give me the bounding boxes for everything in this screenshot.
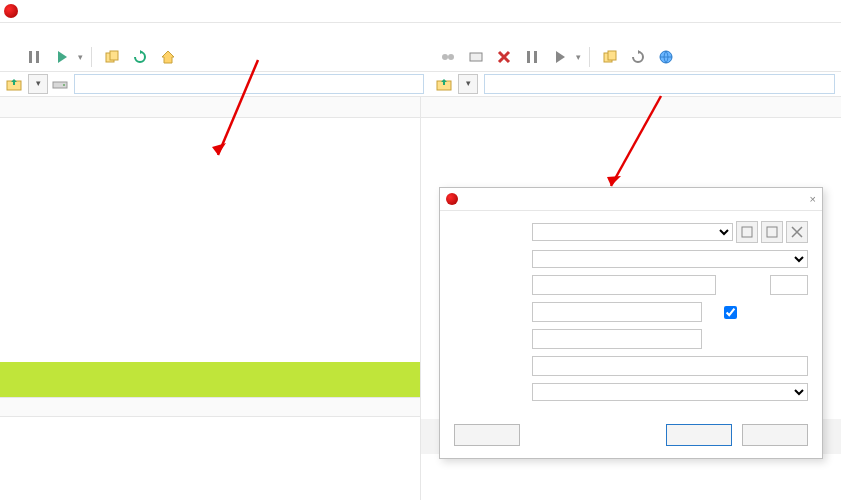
svg-rect-3 bbox=[110, 51, 118, 60]
port-input[interactable] bbox=[770, 275, 808, 295]
drive-icon bbox=[52, 76, 68, 92]
svg-point-4 bbox=[442, 54, 448, 60]
folder-up-icon[interactable] bbox=[6, 76, 22, 92]
remote-abort-button[interactable] bbox=[492, 45, 516, 69]
svg-rect-0 bbox=[29, 51, 32, 63]
svg-point-5 bbox=[448, 54, 454, 60]
window-minimize-button[interactable] bbox=[753, 2, 781, 20]
window-close-button[interactable] bbox=[809, 2, 837, 20]
drive-dropdown-button[interactable]: ▾ bbox=[28, 74, 48, 94]
proxy-select[interactable] bbox=[532, 383, 808, 401]
play-button[interactable] bbox=[50, 45, 74, 69]
remote-play-button[interactable] bbox=[548, 45, 572, 69]
connection-type-select[interactable] bbox=[532, 250, 808, 268]
anonymous-checkbox[interactable] bbox=[724, 306, 737, 319]
remote-drive-dropdown-button[interactable]: ▾ bbox=[458, 74, 478, 94]
pause-button[interactable] bbox=[22, 45, 46, 69]
refresh-button[interactable] bbox=[128, 45, 152, 69]
history-btn-1[interactable] bbox=[736, 221, 758, 243]
password-input[interactable] bbox=[532, 329, 702, 349]
connect-button[interactable] bbox=[666, 424, 732, 446]
remote-globe-button[interactable] bbox=[654, 45, 678, 69]
default-button[interactable] bbox=[454, 424, 520, 446]
remotepath-input[interactable] bbox=[532, 356, 808, 376]
remote-path-input[interactable] bbox=[484, 74, 835, 94]
svg-rect-8 bbox=[534, 51, 537, 63]
close-button[interactable] bbox=[742, 424, 808, 446]
home-button[interactable] bbox=[156, 45, 180, 69]
history-btn-3[interactable] bbox=[786, 221, 808, 243]
play-dropdown-icon[interactable]: ▾ bbox=[78, 52, 83, 62]
history-select[interactable] bbox=[532, 223, 733, 241]
dialog-logo-icon bbox=[446, 193, 458, 205]
queue-list[interactable] bbox=[0, 417, 420, 500]
username-input[interactable] bbox=[532, 302, 702, 322]
remote-pause-button[interactable] bbox=[520, 45, 544, 69]
app-logo-icon bbox=[4, 4, 18, 18]
remote-connect-button[interactable] bbox=[464, 45, 488, 69]
dialog-close-button[interactable]: × bbox=[810, 193, 816, 205]
copy-button[interactable] bbox=[100, 45, 124, 69]
svg-point-14 bbox=[63, 84, 65, 86]
local-path-input[interactable] bbox=[74, 74, 424, 94]
remote-play-dropdown-icon[interactable]: ▾ bbox=[576, 52, 581, 62]
remote-refresh-button[interactable] bbox=[626, 45, 650, 69]
quick-connect-dialog: × bbox=[439, 187, 823, 459]
svg-rect-10 bbox=[608, 51, 616, 60]
local-pane bbox=[0, 97, 421, 500]
svg-rect-1 bbox=[36, 51, 39, 63]
window-maximize-button[interactable] bbox=[781, 2, 809, 20]
remote-copy-button[interactable] bbox=[598, 45, 622, 69]
remote-disconnect-button[interactable] bbox=[436, 45, 460, 69]
svg-rect-17 bbox=[767, 227, 777, 237]
remote-pane: × bbox=[421, 97, 841, 500]
svg-rect-7 bbox=[527, 51, 530, 63]
svg-rect-6 bbox=[470, 53, 482, 61]
history-btn-2[interactable] bbox=[761, 221, 783, 243]
svg-rect-16 bbox=[742, 227, 752, 237]
remote-folder-up-icon[interactable] bbox=[436, 76, 452, 92]
url-input[interactable] bbox=[532, 275, 716, 295]
